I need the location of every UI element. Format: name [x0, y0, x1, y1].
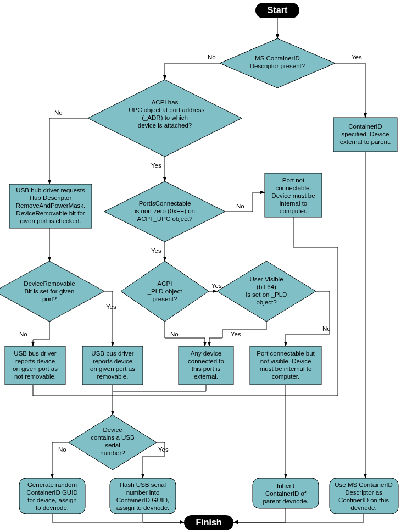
svg-text:connected to: connected to: [188, 358, 224, 364]
edge-label-yes: Yes: [151, 162, 161, 169]
svg-text:Device: Device: [103, 426, 122, 433]
svg-text:not visible. Device: not visible. Device: [260, 358, 311, 364]
svg-text:computer.: computer.: [280, 208, 308, 214]
svg-text:ContainerID GUID: ContainerID GUID: [26, 489, 77, 496]
node-hub-descriptor-request: USB hub driver requests Hub Descriptor R…: [9, 184, 92, 228]
svg-text:given port is checked.: given port is checked.: [20, 218, 81, 224]
svg-text:computer.: computer.: [272, 373, 300, 380]
svg-text:devnode.: devnode.: [350, 505, 376, 511]
svg-text:Generate random: Generate random: [27, 481, 77, 488]
edge-label-no: No: [170, 331, 179, 337]
edge-label-yes: Yes: [151, 247, 161, 254]
node-device-removable-bit: DeviceRemovable Bit is set for given por…: [0, 261, 104, 322]
svg-text:_UPC object at port address: _UPC object at port address: [125, 107, 205, 113]
edge-label-yes: Yes: [352, 54, 362, 60]
svg-text:(_ADR) to which: (_ADR) to which: [142, 114, 188, 121]
svg-text:for device, assign: for device, assign: [27, 497, 77, 503]
edge-label-no: No: [54, 109, 63, 116]
svg-text:ContainerID GUID,: ContainerID GUID,: [116, 497, 170, 503]
node-containerid-specified: ContainerID specified. Device external t…: [333, 118, 397, 152]
svg-text:parent devnode.: parent devnode.: [263, 498, 308, 505]
svg-text:USB bus driver: USB bus driver: [14, 350, 57, 357]
svg-text:to devnode.: to devnode.: [36, 505, 69, 511]
svg-text:Start: Start: [268, 5, 288, 15]
svg-text:Inherit: Inherit: [277, 483, 295, 489]
svg-text:DeviceRemovable bit for: DeviceRemovable bit for: [16, 210, 85, 217]
svg-text:ACPI has: ACPI has: [152, 99, 179, 106]
svg-text:is set on _PLD: is set on _PLD: [246, 291, 287, 298]
node-inherit-parent: Inherit ContainerID of parent devnode.: [253, 478, 319, 508]
svg-text:DeviceRemovable: DeviceRemovable: [24, 280, 75, 287]
svg-text:this port is: this port is: [192, 365, 221, 372]
edge-label-no: No: [236, 203, 244, 209]
node-reports-not-removable: USB bus driver reports device on given p…: [5, 346, 65, 385]
node-port-is-connectable: PortIsConnectable is non-zero (0xFF) on …: [104, 181, 225, 242]
svg-text:on given port as: on given port as: [13, 365, 58, 372]
node-acpi-upc-at-port: ACPI has _UPC object at port address (_A…: [88, 80, 242, 157]
svg-text:contains a USB: contains a USB: [91, 434, 135, 441]
svg-text:must be internal to: must be internal to: [260, 365, 312, 372]
svg-text:specified. Device: specified. Device: [342, 131, 389, 137]
svg-text:ACPI: ACPI: [158, 280, 172, 287]
svg-text:(bit 64): (bit 64): [257, 284, 276, 290]
flowchart-canvas: Start MS ContainerID Descriptor present?…: [0, 0, 401, 532]
node-finish: Finish: [184, 515, 233, 530]
svg-text:number into: number into: [126, 489, 160, 496]
svg-text:is non-zero (0xFF) on: is non-zero (0xFF) on: [135, 208, 195, 214]
svg-text:connectable.: connectable.: [275, 185, 311, 191]
svg-text:on given port as: on given port as: [90, 365, 135, 372]
svg-text:Bit is set for given: Bit is set for given: [25, 288, 75, 295]
svg-text:port?: port?: [42, 296, 57, 302]
node-connectable-not-visible: Port connectable but not visible. Device…: [250, 346, 321, 385]
svg-text:reports device: reports device: [15, 358, 55, 364]
svg-text:User Visible: User Visible: [249, 276, 283, 282]
svg-text:ContainerID of: ContainerID of: [265, 490, 307, 497]
svg-text:device is attached?: device is attached?: [138, 122, 192, 129]
svg-text:Descriptor as: Descriptor as: [345, 489, 382, 496]
svg-text:removable.: removable.: [97, 373, 129, 380]
svg-text:object?: object?: [256, 299, 276, 306]
svg-text:RemoveAndPowerMask.: RemoveAndPowerMask.: [16, 202, 86, 209]
node-start: Start: [255, 3, 299, 18]
svg-text:serial: serial: [105, 442, 120, 448]
node-hash-serial-guid: Hash USB serial number into ContainerID …: [110, 478, 176, 514]
svg-text:ContainerID: ContainerID: [348, 123, 382, 130]
svg-text:USB hub driver requests: USB hub driver requests: [16, 187, 85, 193]
svg-text:ACPI _UPC object?: ACPI _UPC object?: [137, 215, 193, 222]
svg-text:MS ContainerID: MS ContainerID: [255, 55, 300, 62]
edge-label-no: No: [322, 325, 331, 332]
node-generate-random-guid: Generate random ContainerID GUID for dev…: [19, 478, 85, 514]
node-use-ms-descriptor: Use MS ContainerID Descriptor as Contine…: [330, 478, 398, 514]
svg-text:Any device: Any device: [191, 350, 221, 357]
svg-text:external to parent.: external to parent.: [340, 138, 391, 145]
edge-label-yes: Yes: [231, 331, 241, 337]
svg-text:number?: number?: [100, 450, 125, 456]
edge-label-no: No: [58, 446, 66, 453]
svg-text:Hub Descriptor: Hub Descriptor: [30, 195, 72, 201]
node-any-device-external: Any device connected to this port is ext…: [179, 346, 233, 385]
node-has-usb-serial: Device contains a USB serial number?: [69, 415, 157, 470]
edge-label-no: No: [208, 54, 216, 60]
edge-label-yes: Yes: [211, 282, 222, 289]
svg-text:assign to devnode.: assign to devnode.: [116, 505, 170, 511]
node-port-not-connectable: Port not connectable. Device must be int…: [265, 173, 322, 217]
edge-label-yes: Yes: [106, 303, 116, 310]
svg-text:Hash USB serial: Hash USB serial: [120, 481, 166, 488]
svg-text:present?: present?: [153, 296, 177, 302]
svg-text:PortIsConnectable: PortIsConnectable: [139, 200, 191, 207]
edge-label-no: No: [19, 331, 27, 337]
node-ms-containerid-present: MS ContainerID Descriptor present?: [220, 38, 335, 88]
svg-text:Descriptor present?: Descriptor present?: [250, 63, 305, 69]
svg-text:external.: external.: [194, 373, 218, 380]
svg-text:Port not: Port not: [282, 177, 305, 184]
node-user-visible-bit: User Visible (bit 64) is set on _PLD obj…: [217, 261, 316, 322]
node-acpi-pld-present: ACPI _PLD object present?: [121, 261, 209, 322]
svg-text:Finish: Finish: [196, 518, 221, 527]
node-reports-removable: USB bus driver reports device on given p…: [82, 346, 143, 385]
svg-text:_PLD object: _PLD object: [147, 288, 182, 295]
svg-text:Device must be: Device must be: [271, 192, 315, 199]
svg-text:not removable.: not removable.: [14, 373, 56, 380]
svg-text:reports device: reports device: [93, 358, 132, 364]
svg-text:USB bus driver: USB bus driver: [91, 350, 134, 357]
svg-text:internal to: internal to: [280, 200, 308, 207]
